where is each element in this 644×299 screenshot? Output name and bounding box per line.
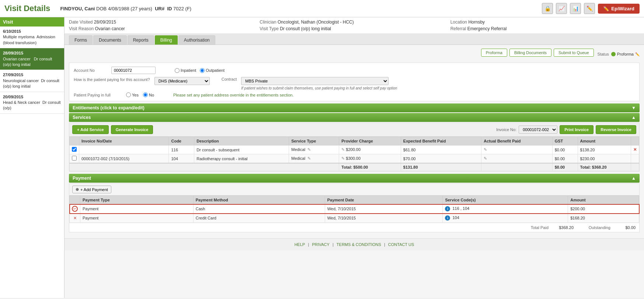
yes-label[interactable]: Yes: [126, 92, 139, 97]
status-text: Proforma: [617, 52, 634, 56]
sidebar-header: Visit: [0, 17, 64, 27]
row2-checkbox[interactable]: [72, 156, 77, 161]
tab-authorisation[interactable]: Authorisation: [178, 35, 215, 45]
row1-code: 116: [169, 145, 194, 154]
row1-delete[interactable]: ✕: [631, 145, 639, 154]
row1-actual-benefit: ✎: [481, 145, 552, 154]
contract-select[interactable]: MBS Private: [241, 77, 389, 85]
sidebar-item-date-3: 20/09/2015: [3, 94, 61, 100]
info-icon-1[interactable]: i: [445, 206, 450, 211]
tab-reports[interactable]: Reports: [128, 35, 154, 45]
sidebar-item-2[interactable]: 27/09/2015 Neurological cancer Dr consul…: [0, 70, 64, 92]
col-code: Code: [169, 137, 194, 145]
services-total-row: Total: $500.00 $131.80 $0.00 Total: $368…: [70, 163, 639, 171]
chart-icon[interactable]: 📈: [556, 3, 567, 14]
pay-col-amount: Amount: [568, 196, 639, 204]
row1-edit-icon[interactable]: ✎: [307, 147, 311, 152]
entitlements-header[interactable]: Entitlements (click to expand/edit) ▼: [69, 103, 640, 112]
footer-help[interactable]: HELP: [295, 242, 305, 247]
print-invoice-button[interactable]: Print Invoice: [560, 125, 593, 134]
pay-col-codes: Service Code(s): [443, 196, 568, 204]
row1-provider-charge: ✎ $200.00: [339, 145, 401, 154]
payment-outlined-icon: ↩: [72, 206, 78, 212]
payment-header[interactable]: Payment ▲: [69, 174, 640, 183]
row1-check[interactable]: [70, 145, 79, 154]
clinician-label: Clinician: [260, 20, 276, 25]
row1-expected-benefit: $61.80: [401, 145, 481, 154]
entitlements-title: Entitlements (click to expand/edit): [73, 105, 145, 110]
col-expected-benefit: Expected Benefit Paid: [401, 137, 481, 145]
tab-billing[interactable]: Billing: [155, 35, 178, 45]
account-no-label: Account No: [74, 68, 107, 73]
services-header[interactable]: Services ▲: [69, 113, 640, 122]
row1-gst: $0.00: [552, 145, 578, 154]
generate-invoice-button[interactable]: Generate Invoice: [111, 125, 153, 134]
account-no-input[interactable]: [111, 67, 156, 74]
footer-privacy[interactable]: PRIVACY: [312, 242, 329, 247]
outpatient-radio[interactable]: [200, 68, 205, 73]
add-payment-button[interactable]: ⊕ + Add Payment: [72, 186, 111, 193]
payment-normal-icon: ✕: [72, 215, 78, 221]
status-edit-icon[interactable]: ✏️: [635, 52, 640, 56]
total-action: [631, 163, 639, 171]
pay-col-type: Payment Type: [80, 196, 194, 204]
tab-documents[interactable]: Documents: [93, 35, 127, 45]
invoice-no-select[interactable]: 00001072-002: [519, 126, 557, 134]
row1-invoice: [79, 145, 169, 154]
inpatient-radio[interactable]: [175, 68, 180, 73]
paying-method-select[interactable]: DHS (Medicare): [154, 77, 210, 85]
info-icon-2[interactable]: i: [445, 215, 450, 221]
lock-icon[interactable]: 🔒: [542, 3, 553, 14]
add-service-button[interactable]: + Add Service: [72, 125, 109, 134]
no-radio[interactable]: [143, 92, 148, 97]
epiwizard-button[interactable]: EpiWizard: [598, 4, 640, 14]
row2-check[interactable]: [70, 154, 79, 163]
services-section: Services ▲ + Add Service Generate Invoic…: [69, 113, 640, 172]
patient-dob: 4/08/1988: [108, 6, 129, 11]
inpatient-label[interactable]: Inpatient: [175, 68, 196, 73]
col-amount: Amount: [578, 137, 631, 145]
submit-to-queue-button[interactable]: Submit to Queue: [554, 49, 594, 57]
total-paid-item: Total Paid $368.20: [519, 225, 574, 230]
row1-checkbox[interactable]: [72, 147, 77, 152]
total-gst: $0.00: [552, 163, 578, 171]
pencil-icon[interactable]: ✏️: [584, 3, 595, 14]
reverse-invoice-button[interactable]: Reverse Invoice: [596, 125, 636, 134]
dob-label: DOB: [96, 6, 107, 11]
sidebar-item-3[interactable]: 20/09/2015 Head & Neck cancer Dr consult…: [0, 92, 64, 114]
total-paid-value: $368.20: [551, 225, 574, 230]
entitlements-section: Entitlements (click to expand/edit) ▼: [69, 103, 640, 112]
billing-documents-button[interactable]: Billing Documents: [509, 49, 551, 57]
billing-panel: Proforma Billing Documents Submit to Que…: [65, 45, 644, 238]
col-gst: GST: [552, 137, 578, 145]
payment-chevron: ▲: [631, 176, 636, 181]
bar-chart-icon[interactable]: 📊: [570, 3, 581, 14]
clinician-value: Oncologist, Nathan (Oncologist - HCC): [278, 20, 354, 25]
outpatient-label[interactable]: Outpatient: [200, 68, 224, 73]
visit-reason-value: Ovarian cancer: [95, 26, 125, 31]
row2-code: 104: [169, 154, 194, 163]
status-dot: [611, 52, 616, 56]
proforma-button[interactable]: Proforma: [481, 49, 507, 57]
patient-name: FINDYOU, Cani: [60, 6, 95, 11]
payment-section: Payment ▲ ⊕ + Add Payment: [69, 174, 640, 232]
tab-forms[interactable]: Forms: [69, 35, 93, 45]
patient-bar: Date Visited 28/09/2015 Clinician Oncolo…: [65, 17, 644, 34]
row2-edit-icon[interactable]: ✎: [307, 156, 311, 161]
sidebar-item-0[interactable]: 6/10/2015 Multiple myeloma Admission (bl…: [0, 27, 64, 48]
patient-paying-full-label: Patient Paying in full: [74, 93, 122, 97]
row1-amount: $138.20: [578, 145, 631, 154]
outstanding-label: Outstanding: [581, 225, 610, 230]
footer-terms[interactable]: TERMS & CONDITIONS: [337, 242, 381, 247]
pay-row1-icon: ↩: [70, 204, 80, 214]
footer-contact[interactable]: CONTACT US: [388, 242, 414, 247]
row2-invoice: 00001072-002 (7/10/2015): [79, 154, 169, 163]
pay-row2-amount: $168.20: [568, 214, 639, 223]
location-label: Location: [450, 20, 467, 25]
patient-age: (27 years): [130, 6, 152, 11]
date-visited-row: Date Visited 28/09/2015: [69, 20, 258, 25]
no-label[interactable]: No: [143, 92, 154, 97]
sidebar-item-1[interactable]: 28/09/2015 Ovarian cancer Dr consult (o/…: [0, 48, 64, 70]
yes-radio[interactable]: [126, 92, 131, 97]
row1-delete-icon[interactable]: ✕: [633, 147, 637, 152]
